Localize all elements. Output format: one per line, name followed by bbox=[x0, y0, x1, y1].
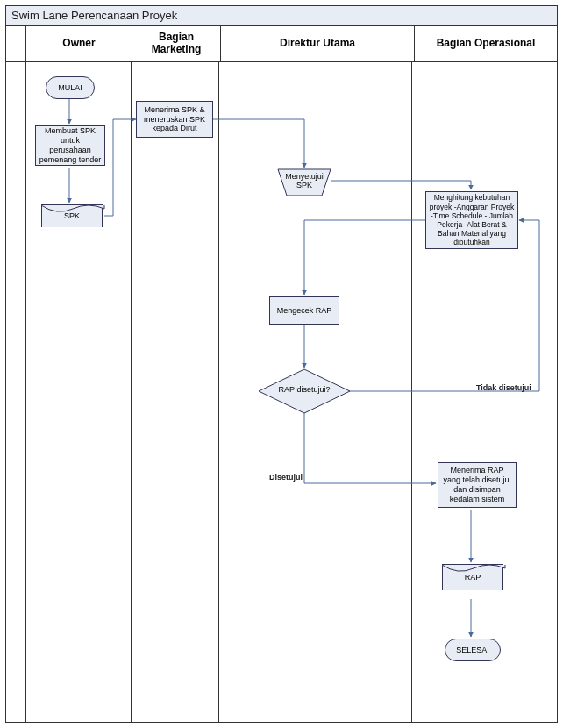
lane-header-owner: Owner bbox=[26, 25, 132, 61]
menyetujui-spk-label: Menyetujui SPK bbox=[280, 173, 329, 190]
diagram-frame: Swim Lane Perencanaan Proyek Owner Bagia… bbox=[5, 5, 558, 723]
membuat-spk-node: Membuat SPK untuk perusahaan pemenang te… bbox=[35, 125, 105, 166]
lane-headers: Owner Bagian Marketing Direktur Utama Ba… bbox=[6, 25, 557, 62]
header-stub bbox=[6, 25, 26, 61]
rap-document-node: RAP bbox=[442, 564, 503, 590]
lane-body: MULAI Membuat SPK untuk perusahaan pemen… bbox=[6, 62, 557, 722]
menerima-spk-node: Menerima SPK & meneruskan SPK kepada Dir… bbox=[136, 101, 213, 138]
edge-disetujui-label: Disetujui bbox=[269, 473, 303, 482]
edge-tidak-disetujui-label: Tidak disetujui bbox=[476, 383, 531, 392]
lane-header-operasional: Bagian Operasional bbox=[415, 25, 557, 61]
menerima-rap-node: Menerima RAP yang telah disetujui dan di… bbox=[438, 462, 517, 508]
start-node: MULAI bbox=[46, 76, 95, 99]
decision-label: RAP disetujui? bbox=[274, 385, 334, 394]
spk-document-node: SPK bbox=[41, 204, 103, 227]
diagram-title: Swim Lane Perencanaan Proyek bbox=[6, 6, 557, 26]
lane-header-direktur: Direktur Utama bbox=[221, 25, 415, 61]
end-node: SELESAI bbox=[445, 639, 501, 661]
lane-header-marketing: Bagian Marketing bbox=[132, 25, 221, 61]
swimlane-diagram: Swim Lane Perencanaan Proyek Owner Bagia… bbox=[0, 0, 563, 728]
mengecek-rap-node: Mengecek RAP bbox=[269, 296, 339, 325]
menghitung-node: Menghitung kebutuhan proyek -Anggaran Pr… bbox=[425, 191, 518, 249]
